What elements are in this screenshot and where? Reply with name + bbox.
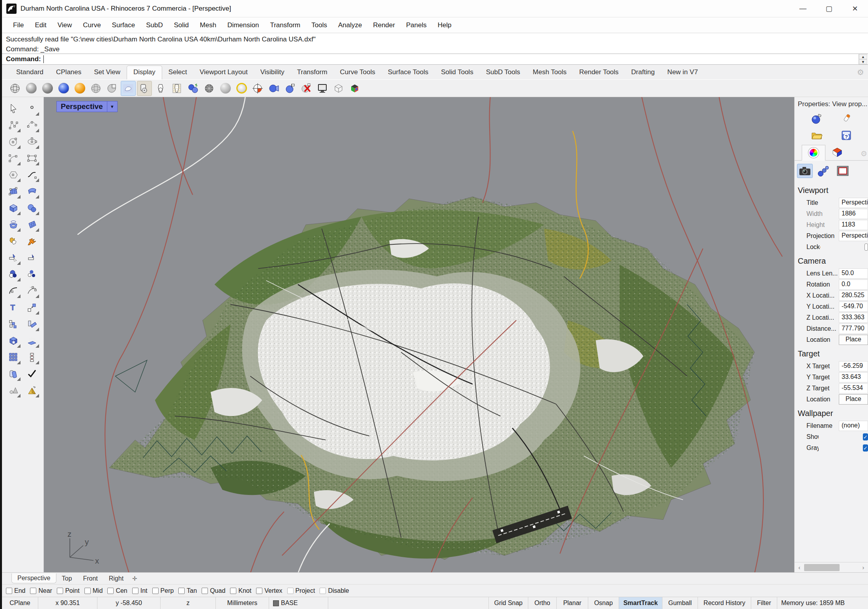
rotation-field[interactable]: 0.0 (839, 279, 868, 290)
rendered-display-icon[interactable] (56, 81, 71, 96)
command-history[interactable]: Successfully read file "G:\new cities\Du… (2, 33, 868, 54)
camera-display-icon[interactable] (266, 81, 281, 96)
boolean-union-tool[interactable] (6, 266, 21, 282)
x-target-field[interactable]: -56.259 (839, 361, 868, 371)
minimize-button[interactable]: — (790, 0, 816, 17)
tab-viewport-layout[interactable]: Viewport Layout (193, 66, 254, 79)
matte-sphere-display-icon[interactable] (218, 81, 233, 96)
place-camera-button[interactable]: Place (839, 335, 868, 345)
z-location-field[interactable]: 333.363 (839, 313, 868, 323)
near-checkbox[interactable] (30, 588, 36, 594)
cen-checkbox[interactable] (107, 588, 114, 594)
camera-properties-icon[interactable] (797, 164, 813, 178)
link-spheres-icon[interactable] (816, 164, 832, 178)
material-icon[interactable] (840, 112, 853, 126)
adjustable-blend-tool[interactable] (24, 283, 40, 299)
z-target-field[interactable]: -55.534 (839, 383, 868, 394)
osnap-project[interactable]: Project (287, 587, 315, 594)
menu-edit[interactable]: Edit (29, 21, 52, 29)
layers-folder-icon[interactable] (810, 129, 823, 142)
clear-display-icon[interactable] (299, 81, 314, 96)
wallpaper-show-checkbox[interactable]: ✓ (863, 433, 868, 440)
distance-field[interactable]: 777.790 (839, 324, 868, 334)
circle-tool[interactable] (6, 134, 21, 150)
osnap-vertex[interactable]: Vertex (256, 587, 282, 594)
tab-curve-tools[interactable]: Curve Tools (334, 66, 382, 79)
osnap-toggle[interactable]: Osnap (588, 597, 619, 609)
loft-surface-tool[interactable] (24, 184, 40, 199)
ghosted-display-icon[interactable] (88, 81, 103, 96)
record-history-toggle[interactable]: Record History (698, 597, 751, 609)
osnap-tan[interactable]: Tan (178, 587, 197, 594)
osnap-mid[interactable]: Mid (84, 587, 103, 594)
yellow-ring-display-icon[interactable] (234, 81, 249, 96)
raytraced-display-icon[interactable] (72, 81, 87, 96)
end-checkbox[interactable] (6, 588, 12, 594)
wallpaper-filename-field[interactable]: (none) (839, 421, 868, 431)
menu-surface[interactable]: Surface (107, 21, 141, 29)
monitor-display-icon[interactable] (315, 81, 330, 96)
scroll-left-icon[interactable]: ‹ (795, 564, 804, 571)
menu-tools[interactable]: Tools (306, 21, 333, 29)
split-tool[interactable] (24, 250, 40, 266)
polygon-tool[interactable] (6, 167, 21, 183)
smarttrack-toggle[interactable]: SmartTrack (619, 597, 662, 609)
arctic-display-icon[interactable] (169, 81, 184, 96)
cylinder-tool[interactable] (6, 217, 21, 232)
menu-subd[interactable]: SubD (140, 21, 168, 29)
box-tool[interactable] (6, 200, 21, 216)
osnap-perp[interactable]: Perp (152, 587, 174, 594)
tab-select[interactable]: Select (162, 66, 193, 79)
rectangle-tool[interactable] (24, 150, 40, 166)
viewport-tab-perspective[interactable]: Perspective (11, 573, 56, 583)
cplane-button[interactable]: CPlane (2, 597, 38, 609)
display-mode-tab[interactable] (825, 144, 849, 160)
tan-checkbox[interactable] (178, 588, 185, 594)
chevron-down-icon[interactable]: ▼ (107, 101, 117, 112)
perspective-viewport[interactable]: Perspective ▼ (44, 97, 794, 572)
linear-array-tool[interactable] (24, 349, 40, 365)
menu-transform[interactable]: Transform (264, 21, 306, 29)
fillet-curve-tool[interactable] (6, 283, 21, 299)
panel-gear-icon[interactable]: ⚙ (861, 149, 867, 158)
sphere-flag-display-icon[interactable] (282, 81, 297, 96)
tab-surface-tools[interactable]: Surface Tools (382, 66, 435, 79)
tab-transform[interactable]: Transform (291, 66, 334, 79)
scrollbar-thumb[interactable] (804, 564, 840, 571)
patch-surface-tool[interactable] (24, 217, 40, 232)
pyramid-tool[interactable] (24, 382, 40, 398)
menu-dimension[interactable]: Dimension (222, 21, 264, 29)
menu-file[interactable]: File (7, 21, 29, 29)
artistic-display-icon[interactable] (121, 81, 136, 96)
scroll-up-icon[interactable]: ▲ (859, 54, 867, 59)
array-tool[interactable] (6, 349, 21, 365)
tab-render-tools[interactable]: Render Tools (573, 66, 625, 79)
surface-from-points-tool[interactable] (6, 184, 21, 199)
osnap-near[interactable]: Near (30, 587, 52, 594)
grid-snap-toggle[interactable]: Grid Snap (489, 597, 528, 609)
curve-blend-tool[interactable] (24, 167, 40, 183)
osnap-end[interactable]: End (6, 587, 25, 594)
locked-checkbox[interactable] (864, 244, 868, 251)
ellipse-tool[interactable] (24, 134, 40, 150)
wire-cube-display-icon[interactable] (331, 81, 346, 96)
arc-tool[interactable] (6, 150, 21, 166)
interpolate-curve-tool[interactable] (24, 117, 40, 133)
tab-display[interactable]: Display (127, 66, 162, 79)
xray-display-icon[interactable] (105, 81, 120, 96)
boolean-tool[interactable] (6, 233, 21, 249)
tab-set-view[interactable]: Set View (88, 66, 127, 79)
rendered-gray-display-icon[interactable] (40, 81, 55, 96)
knot-checkbox[interactable] (230, 588, 236, 594)
solid-union-tool[interactable] (6, 333, 21, 349)
object-properties-icon[interactable] (810, 112, 823, 126)
tab-new-in-v7[interactable]: New in V7 (661, 66, 704, 79)
int-checkbox[interactable] (132, 588, 138, 594)
project-checkbox[interactable] (287, 588, 294, 594)
panel-horizontal-scrollbar[interactable]: ‹ › (795, 562, 868, 572)
trim-tool[interactable] (6, 250, 21, 266)
menu-mesh[interactable]: Mesh (195, 21, 222, 29)
quad-checkbox[interactable] (202, 588, 208, 594)
explode-tool[interactable] (24, 233, 40, 249)
osnap-int[interactable]: Int (132, 587, 148, 594)
